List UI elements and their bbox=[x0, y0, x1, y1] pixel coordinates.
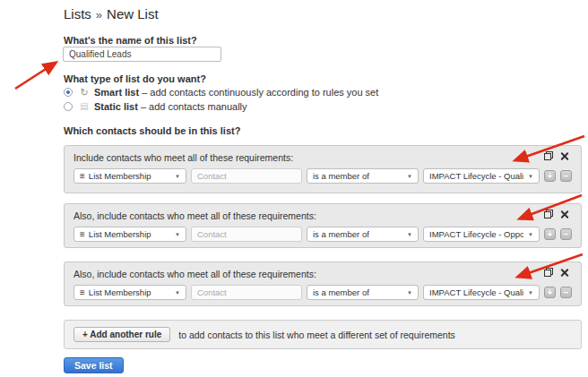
delete-rule-icon[interactable] bbox=[560, 152, 568, 160]
contact-input[interactable] bbox=[191, 227, 302, 242]
breadcrumb: Lists»New List bbox=[64, 6, 159, 21]
rule-1-header: Include contacts who meet all of these r… bbox=[74, 152, 572, 164]
smart-list-title: Smart list bbox=[94, 87, 139, 98]
rule-panel-3: Also, include contacts who meet all of t… bbox=[64, 261, 582, 306]
add-another-rule-button[interactable]: + Add another rule bbox=[74, 327, 170, 342]
smart-list-option[interactable]: ↻ Smart list – add contacts continuously… bbox=[64, 87, 378, 98]
type-question-label: What type of list do you want? bbox=[64, 73, 206, 84]
operator-dropdown[interactable]: is a member of ▼ bbox=[307, 168, 419, 184]
page-title: New List bbox=[107, 6, 159, 21]
field-dropdown-value: List Membership bbox=[89, 229, 170, 239]
value-dropdown-value: IMPACT Lifecycle - Opportunity bbox=[429, 229, 523, 239]
duplicate-rule-icon[interactable] bbox=[544, 151, 553, 160]
caret-down-icon: ▼ bbox=[407, 232, 412, 237]
rule-panel-2: Also, include contacts who meet all of t… bbox=[64, 203, 582, 248]
rule-panel-1: Include contacts who meet all of these r… bbox=[64, 145, 582, 193]
field-dropdown-value: List Membership bbox=[89, 287, 170, 297]
smart-list-description: – add contacts continuously according to… bbox=[142, 87, 378, 98]
caret-down-icon: ▼ bbox=[528, 232, 533, 237]
table-icon: ▤ bbox=[79, 102, 90, 111]
static-list-description: – add contacts manually bbox=[141, 101, 247, 112]
caret-down-icon: ▼ bbox=[175, 174, 180, 179]
contact-input[interactable] bbox=[191, 285, 302, 300]
add-condition-button[interactable]: + bbox=[544, 228, 556, 240]
value-dropdown[interactable]: IMPACT Lifecycle - Qualified - F... ▼ bbox=[423, 285, 540, 300]
operator-dropdown-value: is a member of bbox=[313, 171, 402, 181]
field-dropdown[interactable]: ≡ List Membership ▼ bbox=[74, 285, 186, 300]
add-rule-description: to add contacts to this list who meet a … bbox=[178, 330, 455, 340]
value-dropdown[interactable]: IMPACT Lifecycle - Qualified - ... ▼ bbox=[423, 168, 540, 184]
contact-input[interactable] bbox=[191, 168, 302, 184]
contacts-question-label: Which contacts should be in this list? bbox=[64, 125, 240, 136]
operator-dropdown[interactable]: is a member of ▼ bbox=[307, 285, 419, 300]
breadcrumb-separator: » bbox=[96, 8, 102, 21]
caret-down-icon: ▼ bbox=[175, 290, 180, 296]
list-menu-icon: ≡ bbox=[80, 230, 85, 239]
delete-rule-icon[interactable] bbox=[560, 210, 568, 218]
static-list-radio[interactable] bbox=[64, 102, 73, 111]
remove-condition-button[interactable]: − bbox=[560, 228, 572, 240]
name-question-label: What's the name of this list? bbox=[64, 35, 197, 46]
operator-dropdown[interactable]: is a member of ▼ bbox=[307, 227, 419, 242]
list-menu-icon: ≡ bbox=[80, 288, 85, 297]
value-dropdown[interactable]: IMPACT Lifecycle - Opportunity ▼ bbox=[423, 227, 540, 242]
add-rule-panel: + Add another rule to add contacts to th… bbox=[64, 320, 582, 349]
add-condition-button[interactable]: + bbox=[544, 170, 556, 182]
rule-2-header: Also, include contacts who meet all of t… bbox=[74, 210, 572, 222]
duplicate-rule-icon[interactable] bbox=[544, 268, 553, 277]
caret-down-icon: ▼ bbox=[528, 290, 533, 296]
caret-down-icon: ▼ bbox=[528, 174, 533, 179]
duplicate-rule-icon[interactable] bbox=[544, 210, 553, 218]
list-name-input[interactable] bbox=[63, 47, 221, 62]
operator-dropdown-value: is a member of bbox=[313, 287, 402, 297]
caret-down-icon: ▼ bbox=[175, 232, 180, 237]
static-list-title: Static list bbox=[94, 101, 138, 112]
sync-icon: ↻ bbox=[79, 88, 90, 98]
value-dropdown-value: IMPACT Lifecycle - Qualified - F... bbox=[429, 287, 523, 297]
add-condition-button[interactable]: + bbox=[544, 287, 556, 298]
field-dropdown-value: List Membership bbox=[89, 171, 170, 181]
list-menu-icon: ≡ bbox=[80, 172, 85, 181]
remove-condition-button[interactable]: − bbox=[560, 170, 572, 182]
breadcrumb-lists-link[interactable]: Lists bbox=[64, 6, 91, 21]
save-list-button[interactable]: Save list bbox=[64, 357, 124, 373]
caret-down-icon: ▼ bbox=[407, 174, 412, 179]
annotation-arrow-name-input bbox=[15, 63, 56, 89]
static-list-option[interactable]: ▤ Static list – add contacts manually bbox=[64, 101, 247, 112]
caret-down-icon: ▼ bbox=[407, 290, 412, 296]
field-dropdown[interactable]: ≡ List Membership ▼ bbox=[74, 168, 186, 184]
rule-3-header: Also, include contacts who meet all of t… bbox=[74, 269, 572, 280]
field-dropdown[interactable]: ≡ List Membership ▼ bbox=[74, 227, 186, 242]
remove-condition-button[interactable]: − bbox=[560, 287, 572, 298]
operator-dropdown-value: is a member of bbox=[313, 229, 402, 239]
value-dropdown-value: IMPACT Lifecycle - Qualified - ... bbox=[429, 171, 523, 181]
delete-rule-icon[interactable] bbox=[560, 269, 568, 277]
smart-list-radio[interactable] bbox=[64, 88, 73, 97]
